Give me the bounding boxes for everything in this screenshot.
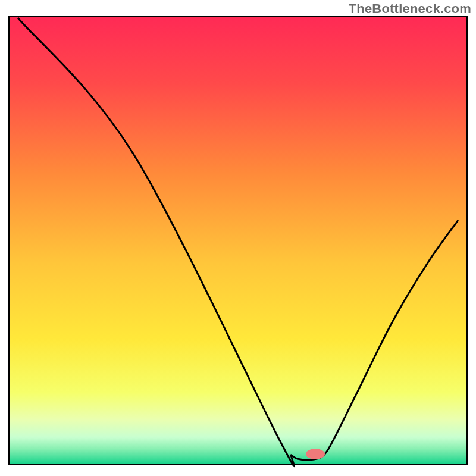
optimum-marker <box>306 449 325 459</box>
bottleneck-chart <box>0 0 476 476</box>
chart-container: TheBottleneck.com <box>0 0 476 476</box>
chart-background <box>9 17 467 464</box>
